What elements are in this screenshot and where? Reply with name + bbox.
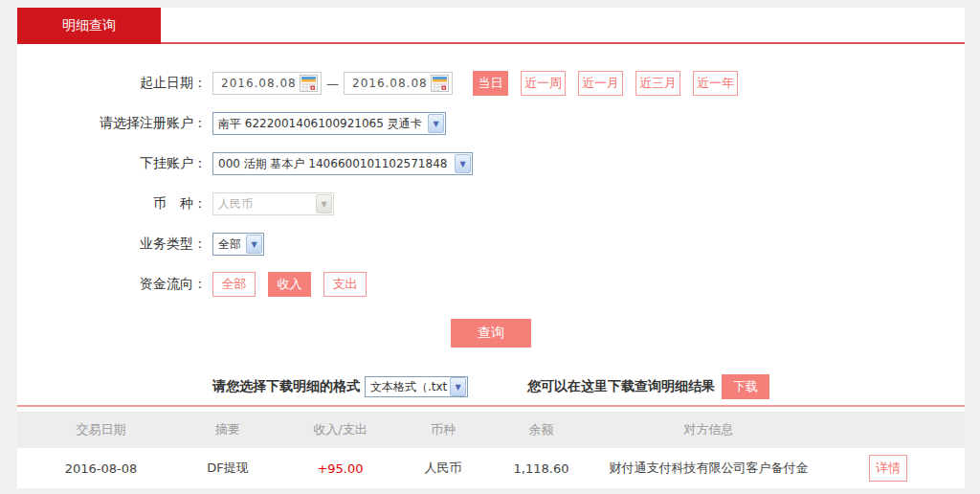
register-account-select[interactable]: 南平 6222001406100921065 灵通卡 ▼ bbox=[212, 112, 446, 135]
date-range-row: 起止日期： 2016.08.08 bbox=[17, 71, 965, 96]
quick-range-3months-button[interactable]: 近三月 bbox=[635, 71, 680, 96]
date-range-label: 起止日期： bbox=[17, 75, 212, 92]
date-separator: — bbox=[326, 77, 339, 91]
table-header-row: 交易日期 摘要 收入/支出 币种 余额 对方信息 bbox=[17, 412, 965, 448]
sub-account-select[interactable]: 000 活期 基本户 1406600101102571848 ▼ bbox=[212, 152, 473, 175]
business-type-value: 全部 bbox=[213, 236, 245, 253]
start-date-input[interactable]: 2016.08.08 bbox=[212, 72, 322, 95]
table-row: 2016-08-08 DF提现 +95.00 人民币 1,118.60 财付通支… bbox=[17, 448, 965, 488]
detail-button[interactable]: 详情 bbox=[869, 455, 907, 482]
chevron-down-icon: ▼ bbox=[450, 377, 466, 396]
query-button-row: 查询 bbox=[17, 319, 965, 348]
tab-detail-query[interactable]: 明细查询 bbox=[17, 8, 161, 44]
tab-label: 明细查询 bbox=[62, 17, 116, 34]
currency-label: 币 种： bbox=[17, 195, 212, 213]
query-form: 起止日期： 2016.08.08 bbox=[17, 44, 965, 488]
header-counterparty: 对方信息 bbox=[606, 421, 812, 438]
start-date-value: 2016.08.08 bbox=[221, 77, 297, 90]
results-table: 交易日期 摘要 收入/支出 币种 余额 对方信息 2016-08-08 DF提现… bbox=[17, 412, 965, 488]
calendar-icon[interactable] bbox=[300, 75, 318, 92]
cell-currency: 人民币 bbox=[410, 460, 477, 477]
fund-flow-all-button[interactable]: 全部 bbox=[212, 272, 256, 297]
fund-flow-income-button[interactable]: 收入 bbox=[268, 272, 311, 297]
cell-balance: 1,118.60 bbox=[477, 461, 606, 476]
business-type-label: 业务类型： bbox=[17, 236, 212, 253]
end-date-value: 2016.08.08 bbox=[352, 77, 428, 90]
quick-range-today-button[interactable]: 当日 bbox=[473, 71, 508, 96]
quick-range-week-button[interactable]: 近一周 bbox=[521, 71, 566, 96]
register-account-row: 请选择注册账户： 南平 6222001406100921065 灵通卡 ▼ bbox=[17, 111, 965, 136]
business-type-row: 业务类型： 全部 ▼ bbox=[17, 232, 965, 257]
divider bbox=[17, 405, 965, 407]
chevron-down-icon: ▼ bbox=[246, 235, 262, 254]
end-date-input[interactable]: 2016.08.08 bbox=[344, 72, 453, 95]
download-hint: 您可以在这里下载查询明细结果 bbox=[527, 378, 715, 395]
query-button[interactable]: 查询 bbox=[451, 319, 531, 348]
fund-flow-row: 资金流向： 全部 收入 支出 bbox=[17, 272, 965, 297]
currency-value: 人民币 bbox=[213, 196, 315, 213]
sub-account-label: 下挂账户： bbox=[17, 155, 212, 172]
download-button[interactable]: 下载 bbox=[722, 374, 769, 399]
detail-query-panel: 明细查询 起止日期： 2016.08.08 bbox=[17, 8, 965, 488]
currency-select: 人民币 ▼ bbox=[212, 192, 334, 215]
chevron-down-icon: ▼ bbox=[428, 114, 444, 133]
download-format-select[interactable]: 文本格式（.txt） ▼ bbox=[365, 376, 468, 397]
header-balance: 余额 bbox=[477, 421, 606, 438]
cell-date: 2016-08-08 bbox=[17, 461, 185, 476]
cell-summary: DF提现 bbox=[185, 460, 271, 477]
header-date: 交易日期 bbox=[17, 421, 185, 438]
fund-flow-label: 资金流向： bbox=[17, 276, 212, 293]
download-row: 请您选择下载明细的格式 文本格式（.txt） ▼ 您可以在这里下载查询明细结果 … bbox=[17, 374, 965, 399]
quick-range-year-button[interactable]: 近一年 bbox=[693, 71, 738, 96]
tab-bar: 明细查询 bbox=[17, 8, 965, 44]
chevron-down-icon: ▼ bbox=[455, 154, 471, 173]
download-format-label: 请您选择下载明细的格式 bbox=[212, 378, 360, 395]
register-account-label: 请选择注册账户： bbox=[17, 115, 212, 132]
cell-counterparty: 财付通支付科技有限公司客户备付金 bbox=[606, 460, 812, 477]
sub-account-row: 下挂账户： 000 活期 基本户 1406600101102571848 ▼ bbox=[17, 151, 965, 176]
fund-flow-expense-button[interactable]: 支出 bbox=[323, 272, 367, 297]
sub-account-value: 000 活期 基本户 1406600101102571848 bbox=[213, 156, 454, 172]
quick-range-month-button[interactable]: 近一月 bbox=[578, 71, 623, 96]
currency-row: 币 种： 人民币 ▼ bbox=[17, 191, 965, 216]
header-amount: 收入/支出 bbox=[271, 421, 410, 438]
cell-amount: +95.00 bbox=[271, 461, 410, 476]
register-account-value: 南平 6222001406100921065 灵通卡 bbox=[213, 116, 427, 132]
download-format-value: 文本格式（.txt） bbox=[366, 379, 449, 395]
chevron-down-icon: ▼ bbox=[316, 194, 332, 213]
calendar-icon[interactable] bbox=[431, 75, 449, 92]
header-summary: 摘要 bbox=[185, 421, 271, 438]
header-currency: 币种 bbox=[410, 421, 477, 438]
business-type-select[interactable]: 全部 ▼ bbox=[212, 233, 264, 256]
